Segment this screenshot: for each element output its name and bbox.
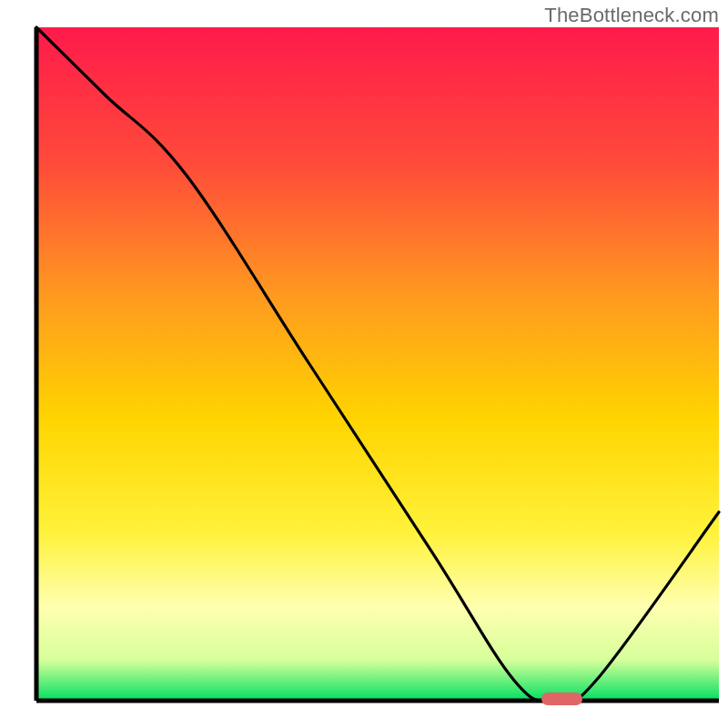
chart-container: TheBottleneck.com: [0, 0, 728, 728]
optimal-range-marker: [541, 693, 582, 705]
plot-background: [36, 27, 719, 701]
bottleneck-chart: [0, 0, 728, 728]
